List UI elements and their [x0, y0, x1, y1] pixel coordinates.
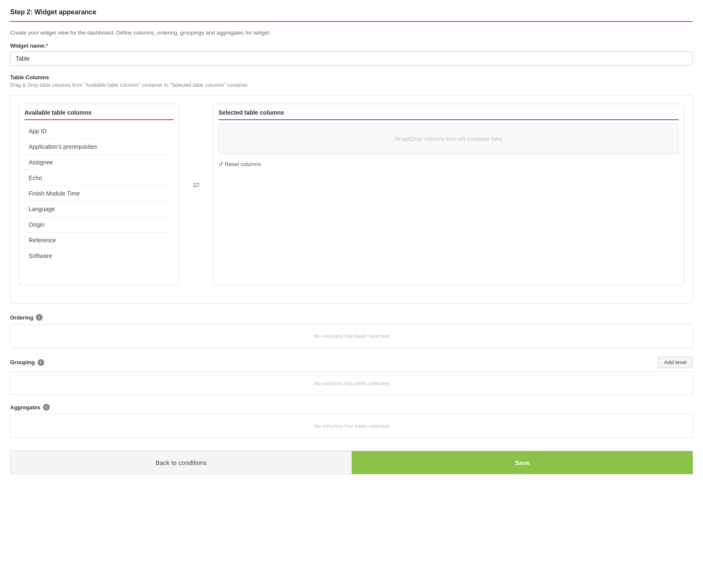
reset-icon: ↺ [218, 161, 223, 167]
list-item[interactable]: Reference [24, 233, 172, 248]
grouping-section: Grouping i Add level No columns has been… [10, 357, 693, 395]
grouping-header: Grouping i Add level [10, 357, 693, 368]
step-title: Step 2: Widget appearance [10, 8, 693, 16]
available-columns-list: App ID Application's prerequisites Assig… [24, 124, 174, 263]
aggregates-section: Aggregates i No columns has been selecte… [10, 404, 693, 438]
ordering-header-left: Ordering i [10, 314, 43, 321]
ordering-info-icon: i [36, 314, 43, 321]
table-columns-section-title: Table Columns [10, 74, 693, 81]
columns-outer-box: Available table columns App ID Applicati… [10, 95, 693, 304]
list-item[interactable]: Application's prerequisites [24, 139, 172, 155]
available-columns-title: Available table columns [24, 109, 174, 120]
widget-name-input[interactable] [10, 51, 693, 66]
reset-columns-button[interactable]: ↺ Reset columns [218, 159, 261, 169]
grouping-header-left: Grouping i [10, 359, 44, 366]
aggregates-label: Aggregates [10, 404, 40, 411]
ordering-empty-box: No columns has been selected [10, 324, 693, 348]
selected-columns-container: Selected table columns Drag&Drop columns… [213, 104, 684, 285]
columns-area: Available table columns App ID Applicati… [19, 104, 684, 285]
list-item[interactable]: Software [24, 248, 172, 263]
grouping-empty-box: No columns has been selected [10, 371, 693, 395]
list-item[interactable]: App ID [24, 124, 172, 139]
grouping-info-icon: i [38, 359, 44, 366]
table-columns-desc: Drag & Drop table columns from "Availabl… [10, 82, 693, 88]
transfer-icon-area: ⇄ [179, 104, 213, 190]
ordering-section: Ordering i No columns has been selected [10, 314, 693, 348]
list-item[interactable]: Finish Module Time [24, 186, 172, 201]
aggregates-header-left: Aggregates i [10, 404, 50, 411]
list-item[interactable]: Origin [24, 217, 172, 233]
ordering-header: Ordering i [10, 314, 693, 321]
selected-columns-title: Selected table columns [218, 109, 679, 120]
description: Create your widget view for the dashboar… [10, 30, 693, 36]
transfer-icon: ⇄ [193, 180, 200, 190]
drop-zone[interactable]: Drag&Drop columns from left container he… [218, 124, 679, 154]
aggregates-info-icon: i [43, 404, 50, 411]
save-button[interactable]: Save [352, 451, 693, 474]
list-item[interactable]: Language [24, 201, 172, 217]
add-level-button[interactable]: Add level [658, 357, 693, 368]
list-item[interactable]: Assignee [24, 155, 172, 170]
list-item[interactable]: Echo [24, 170, 172, 186]
widget-name-label: Widget name:* [10, 43, 693, 49]
available-columns-container: Available table columns App ID Applicati… [19, 104, 179, 285]
aggregates-empty-box: No columns has been selected [10, 414, 693, 438]
footer-bar: Back to conditions Save [10, 451, 693, 474]
grouping-label: Grouping [10, 359, 35, 365]
reset-columns-label: Reset columns [225, 161, 261, 167]
back-to-conditions-button[interactable]: Back to conditions [10, 451, 352, 474]
page-container: Step 2: Widget appearance Create your wi… [0, 0, 703, 588]
ordering-label: Ordering [10, 314, 33, 321]
aggregates-header: Aggregates i [10, 404, 693, 411]
red-divider [10, 21, 693, 22]
